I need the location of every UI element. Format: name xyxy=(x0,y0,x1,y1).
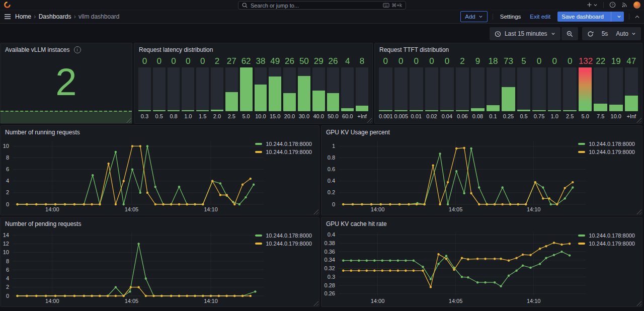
bar-track xyxy=(153,67,166,111)
news-rss-icon[interactable] xyxy=(621,2,628,8)
bar: 90.08 xyxy=(471,56,485,120)
save-dashboard-button[interactable]: Save dashboard xyxy=(557,12,624,22)
timeseries-chart[interactable]: 00.20.40.60.8114:0014:0514:1010.244.0.17… xyxy=(324,137,639,213)
bar-gauge-chart[interactable]: 00.00100.00500.0100.0200.0420.0690.08180… xyxy=(379,56,638,120)
svg-text:4: 4 xyxy=(6,178,9,184)
bar-bucket-label: 7.5 xyxy=(594,111,607,120)
collapse-topbar-icon[interactable] xyxy=(634,15,640,19)
bar-track xyxy=(211,67,223,111)
bar-track xyxy=(312,67,325,111)
bar-track xyxy=(625,67,638,111)
legend-series-color xyxy=(255,151,262,153)
svg-text:0.4: 0.4 xyxy=(328,178,335,184)
chart-legend: 10.244.0.178:800010.244.0.179:8000 xyxy=(578,232,635,247)
bar-track xyxy=(517,67,531,111)
bar-value: 49 xyxy=(269,56,281,66)
bar: 625.0 xyxy=(240,56,253,120)
svg-text:14:10: 14:10 xyxy=(527,206,541,212)
settings-button[interactable]: Settings xyxy=(498,12,523,22)
time-range-picker[interactable]: Last 15 minutes xyxy=(490,27,560,40)
help-icon[interactable]: ? xyxy=(609,2,616,8)
bar-bucket-label: 2.0 xyxy=(211,111,223,120)
search-placeholder: Search or jump to... xyxy=(251,3,380,9)
bar: 180.1 xyxy=(487,56,500,120)
bar-value: 0 xyxy=(532,56,546,66)
legend-item[interactable]: 10.244.0.178:8000 xyxy=(578,141,635,147)
add-panel-button[interactable]: Add xyxy=(460,11,487,22)
timeseries-chart[interactable]: 024681014:0014:0514:1010.244.0.178:80001… xyxy=(3,137,316,213)
svg-text:0.36: 0.36 xyxy=(325,249,335,255)
bar: 00.5 xyxy=(153,56,166,120)
grafana-logo[interactable] xyxy=(4,1,11,9)
legend-item[interactable]: 10.244.0.179:8000 xyxy=(578,241,635,247)
bar-value: 19 xyxy=(609,56,623,66)
bar: 00.005 xyxy=(394,56,408,120)
bar: 00.04 xyxy=(440,56,454,120)
bar-track xyxy=(410,67,423,111)
bar-bucket-label: 10.0 xyxy=(609,111,623,120)
auto-refresh-dropdown[interactable]: Auto xyxy=(611,27,641,40)
bar-track xyxy=(394,67,408,111)
legend-item[interactable]: 10.244.0.178:8000 xyxy=(255,232,312,239)
panel-title[interactable]: Number of running requests xyxy=(1,126,319,138)
breadcrumb-home[interactable]: Home xyxy=(15,13,31,20)
bar: 1325.0 xyxy=(579,56,592,120)
bar-track xyxy=(196,67,209,111)
refresh-interval-label[interactable]: 5s xyxy=(599,27,611,40)
panel-title[interactable]: Request latency distribution xyxy=(134,43,372,55)
svg-text:0: 0 xyxy=(332,201,335,207)
bar-value: 0 xyxy=(440,56,454,66)
panel-running-requests: Number of running requests 024681014:001… xyxy=(0,125,319,215)
legend-series-color xyxy=(255,235,262,237)
chart-legend: 10.244.0.178:800010.244.0.179:8000 xyxy=(255,232,312,247)
bar-value: 0 xyxy=(168,56,180,66)
legend-item[interactable]: 10.244.0.179:8000 xyxy=(255,241,312,247)
menu-hamburger-icon[interactable] xyxy=(4,14,11,20)
legend-item[interactable]: 10.244.0.179:8000 xyxy=(255,149,312,155)
bar-value: 132 xyxy=(579,56,592,66)
timeseries-chart[interactable]: 0246810121414:0014:0514:1010.244.0.178:8… xyxy=(3,228,316,305)
panel-title[interactable]: GPU KV cache hit rate xyxy=(321,217,642,229)
legend-series-color xyxy=(578,243,585,245)
stat-value: 2 xyxy=(1,56,132,107)
search-shortcut: ⌘+k xyxy=(383,3,402,8)
panel-title[interactable]: Number of pending requests xyxy=(1,217,319,229)
topbar-icons: ? xyxy=(587,2,640,9)
bar-value: 8 xyxy=(356,56,368,66)
svg-text:0.8: 0.8 xyxy=(328,154,335,161)
panel-request-latency: Request latency distribution 00.300.500.… xyxy=(134,43,373,124)
info-icon[interactable]: i xyxy=(74,46,81,53)
bar-value: 0 xyxy=(563,56,577,66)
bar-bucket-label: 15.0 xyxy=(269,111,281,120)
bar-value: 27 xyxy=(225,56,238,66)
breadcrumb-dashboards[interactable]: Dashboards xyxy=(39,13,71,20)
bar-bucket-label: 0.08 xyxy=(471,111,485,120)
user-avatar[interactable] xyxy=(633,2,640,9)
svg-text:?: ? xyxy=(612,3,614,7)
panel-cache-hit-rate: GPU KV cache hit rate 0.260.280.30.320.3… xyxy=(321,217,642,307)
panel-title[interactable]: Available vLLM instaces i xyxy=(1,43,132,55)
bar-bucket-label: 20.0 xyxy=(283,111,296,120)
bar-bucket-label: 2.5 xyxy=(225,111,238,120)
bar-bucket-label: 0.005 xyxy=(394,111,408,120)
panel-title[interactable]: Request TTFT distribution xyxy=(375,43,642,55)
chart-legend: 10.244.0.178:800010.244.0.179:8000 xyxy=(255,141,312,155)
refresh-icon xyxy=(587,31,594,37)
search-input[interactable]: Search or jump to... ⌘+k xyxy=(238,1,406,10)
bar: 227.5 xyxy=(594,56,607,120)
panel-title[interactable]: GPU KV Usage percent xyxy=(321,126,642,138)
legend-series-name: 10.244.0.178:8000 xyxy=(266,141,312,147)
legend-item[interactable]: 10.244.0.178:8000 xyxy=(255,141,312,147)
bar-bucket-label: +Inf xyxy=(356,111,368,120)
timeseries-chart[interactable]: 0.260.280.30.320.340.360.380.414:0014:05… xyxy=(324,228,639,305)
zoom-out-button[interactable] xyxy=(561,27,578,40)
bar-value: 0 xyxy=(196,56,209,66)
exit-edit-button[interactable]: Exit edit xyxy=(528,12,552,22)
refresh-button[interactable] xyxy=(582,27,599,40)
legend-item[interactable]: 10.244.0.178:8000 xyxy=(578,232,635,239)
svg-text:14:10: 14:10 xyxy=(527,298,541,304)
legend-item[interactable]: 10.244.0.179:8000 xyxy=(578,149,635,155)
add-new-button[interactable] xyxy=(587,2,598,8)
bar-gauge-chart[interactable]: 00.300.500.801.001.522.0272.5625.03810.0… xyxy=(138,56,368,120)
top-navigation-bar: Search or jump to... ⌘+k ? xyxy=(0,0,644,10)
